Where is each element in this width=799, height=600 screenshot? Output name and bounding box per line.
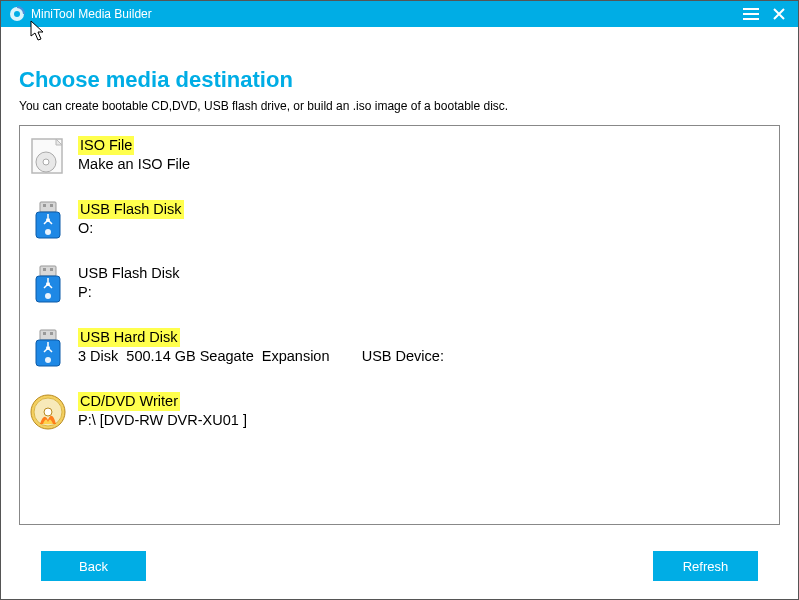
footer-buttons: Back Refresh [1,551,798,581]
media-item-sublabel: Make an ISO File [78,155,190,174]
media-list-panel: ISO File Make an ISO File USB Flash Disk… [19,125,780,525]
svg-point-15 [45,293,51,299]
iso-file-icon [28,136,68,176]
back-button[interactable]: Back [41,551,146,581]
svg-rect-6 [43,204,46,207]
svg-rect-13 [50,268,53,271]
svg-point-9 [45,229,51,235]
close-button[interactable] [768,3,790,25]
media-item-cd-dvd-writer[interactable]: CD/DVD Writer P:\ [DVD-RW DVR-XU01 ] [28,392,771,432]
usb-flash-icon [28,328,68,368]
disc-burn-icon [28,392,68,432]
media-item-sublabel: P: [78,283,180,302]
media-item-label: ISO File [78,136,134,155]
svg-rect-7 [50,204,53,207]
svg-point-25 [44,408,52,416]
media-item-sublabel: 3 Disk 500.14 GB Seagate Expansion USB D… [78,347,444,366]
svg-rect-12 [43,268,46,271]
app-icon [9,6,25,22]
media-item-label: USB Hard Disk [78,328,180,347]
titlebar: MiniTool Media Builder [1,1,798,27]
media-item-label: USB Flash Disk [78,264,180,283]
media-item-usb-flash-o[interactable]: USB Flash Disk O: [28,200,771,240]
usb-flash-icon [28,264,68,304]
window-title: MiniTool Media Builder [31,7,734,21]
page-subtext: You can create bootable CD,DVD, USB flas… [19,99,780,113]
media-item-iso[interactable]: ISO File Make an ISO File [28,136,771,176]
svg-rect-19 [50,332,53,335]
usb-flash-icon [28,200,68,240]
media-item-usb-hard-disk[interactable]: USB Hard Disk 3 Disk 500.14 GB Seagate E… [28,328,771,368]
menu-button[interactable] [740,3,762,25]
refresh-button[interactable]: Refresh [653,551,758,581]
media-item-sublabel: O: [78,219,184,238]
svg-rect-17 [40,330,56,340]
media-item-usb-flash-p[interactable]: USB Flash Disk P: [28,264,771,304]
page-heading: Choose media destination [19,67,780,93]
svg-point-1 [14,11,20,17]
svg-point-21 [45,357,51,363]
svg-point-4 [43,159,49,165]
mouse-cursor [30,20,46,42]
svg-rect-11 [40,266,56,276]
media-item-label: CD/DVD Writer [78,392,180,411]
media-item-sublabel: P:\ [DVD-RW DVR-XU01 ] [78,411,247,430]
svg-rect-5 [40,202,56,212]
media-item-label: USB Flash Disk [78,200,184,219]
svg-rect-18 [43,332,46,335]
